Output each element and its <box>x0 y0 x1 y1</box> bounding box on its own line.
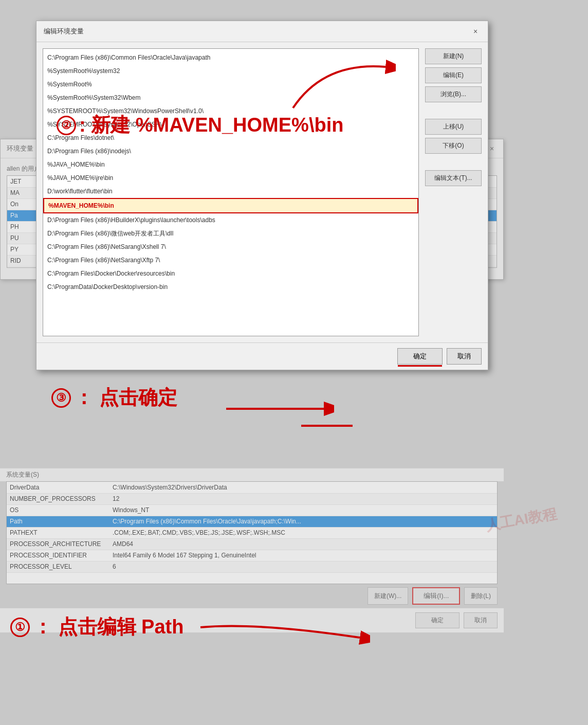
button-spacer <box>425 105 482 116</box>
side-buttons: 新建(N) 编辑(E) 浏览(B)... 上移(U) 下移(O) 编辑文本(T)… <box>425 48 482 336</box>
list-item[interactable]: D:\Program Files (x86)\微信web开发者工具\dll <box>43 227 418 240</box>
path-list: C:\Program Files (x86)\Common Files\Orac… <box>43 49 418 296</box>
list-item[interactable]: C:\Program Files (x86)\NetSarang\Xftp 7\ <box>43 253 418 267</box>
list-item[interactable]: C:\ProgramData\DockerDesktop\version-bin <box>43 280 418 294</box>
main-close-button[interactable]: × <box>470 26 481 37</box>
move-down-button[interactable]: 下移(O) <box>425 138 482 154</box>
list-item[interactable]: %SystemRoot%\system32 <box>43 64 418 78</box>
list-item[interactable]: %SYSTEMROOT%\System32\OpenSSH\ <box>43 118 418 131</box>
button-spacer-2 <box>425 157 482 167</box>
list-item[interactable]: C:\Program Files (x86)\Common Files\Orac… <box>43 51 418 64</box>
edit-path-button[interactable]: 编辑(E) <box>425 67 482 83</box>
main-edit-dialog: 编辑环境变量 × C:\Program Files (x86)\Common F… <box>36 21 488 370</box>
list-item[interactable]: D:\Program Files (x86)\HBuilderX\plugins… <box>43 213 418 227</box>
list-item[interactable]: %JAVA_HOME%\jre\bin <box>43 171 418 185</box>
cancel-button[interactable]: 取消 <box>447 348 482 365</box>
edit-text-button[interactable]: 编辑文本(T)... <box>425 170 482 186</box>
list-item[interactable]: D:\work\flutter\flutter\bin <box>43 185 418 198</box>
new-path-button[interactable]: 新建(N) <box>425 48 482 64</box>
dialog-bottom-buttons: 确定 取消 <box>36 342 488 370</box>
main-dialog-titlebar: 编辑环境变量 × <box>36 21 488 42</box>
ok-button[interactable]: 确定 <box>397 348 443 365</box>
list-item[interactable]: C:\Program Files\dotnet\ <box>43 131 418 144</box>
list-item[interactable]: %SYSTEMROOT%\System32\WindowsPowerShell\… <box>43 104 418 118</box>
list-item[interactable]: C:\Program Files (x86)\NetSarang\Xshell … <box>43 240 418 253</box>
list-item[interactable]: %SystemRoot%\System32\Wbem <box>43 91 418 104</box>
move-up-button[interactable]: 上移(U) <box>425 119 482 135</box>
list-item[interactable]: %SystemRoot% <box>43 78 418 91</box>
main-dialog-title: 编辑环境变量 <box>44 27 84 36</box>
path-list-container[interactable]: C:\Program Files (x86)\Common Files\Orac… <box>43 48 419 336</box>
main-dialog-body: C:\Program Files (x86)\Common Files\Orac… <box>36 42 488 342</box>
list-item-highlighted[interactable]: %MAVEN_HOME%\bin <box>43 198 418 213</box>
list-item[interactable]: D:\Program Files (x86)\nodejs\ <box>43 144 418 158</box>
browse-path-button[interactable]: 浏览(B)... <box>425 86 482 102</box>
list-item[interactable]: %JAVA_HOME%\bin <box>43 158 418 171</box>
list-item[interactable]: C:\Program Files\Docker\Docker\resources… <box>43 267 418 280</box>
